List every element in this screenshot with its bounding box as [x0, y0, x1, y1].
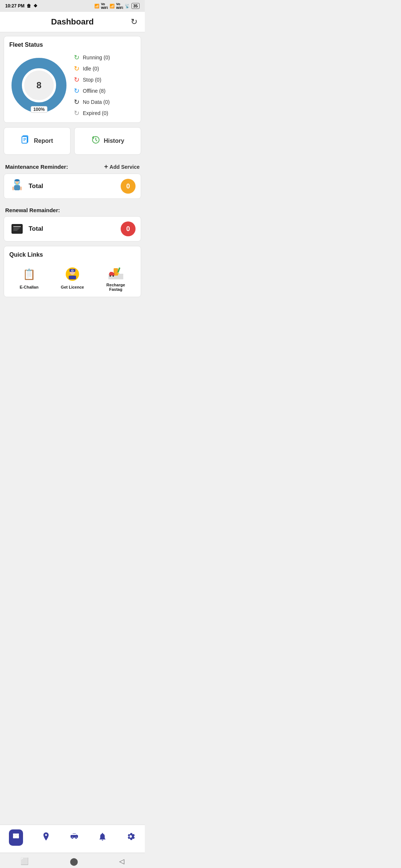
- trash-icon: 🗑: [27, 3, 31, 9]
- svg-rect-12: [20, 187, 22, 190]
- svg-point-30: [113, 275, 114, 277]
- fastag-label: RechargeFastag: [107, 283, 125, 292]
- vo-wifi-2: VoWiFi: [116, 2, 123, 10]
- add-service-button[interactable]: + Add Service: [104, 163, 140, 171]
- page-title: Dashboard: [51, 17, 94, 27]
- legend-offline-label: Offline (8): [83, 88, 105, 94]
- renewal-total-label: Total: [29, 225, 43, 233]
- dropbox-icon: ❖: [33, 3, 38, 9]
- legend-expired-label: Expired (0): [83, 110, 108, 116]
- quick-link-echallan[interactable]: 📋 E-Challan: [9, 266, 49, 289]
- maintenance-section: Maintenance Reminder: + Add Service: [4, 159, 141, 199]
- licence-label: Get Licence: [61, 285, 84, 289]
- fleet-legend: ↻ Running (0) ↻ Idle (0) ↻ Stop (0) ↻ Of…: [72, 53, 136, 117]
- time-display: 10:27 PM: [5, 3, 25, 9]
- maintenance-total-label: Total: [29, 183, 43, 190]
- renewal-count-badge: 0: [121, 221, 136, 236]
- offline-icon: ↻: [72, 87, 81, 95]
- maintenance-header: Maintenance Reminder: + Add Service: [4, 159, 141, 174]
- history-label: History: [104, 138, 124, 144]
- svg-rect-2: [22, 137, 27, 143]
- header: Dashboard ↻: [0, 12, 145, 32]
- legend-nodata-label: No Data (0): [83, 99, 110, 105]
- renewal-count: 0: [126, 225, 130, 233]
- quick-links-section: Quick Links 📋 E-Challan ID Get Licence: [4, 246, 141, 297]
- quick-links-row: 📋 E-Challan ID Get Licence: [9, 263, 136, 292]
- svg-rect-15: [12, 225, 22, 233]
- legend-stop: ↻ Stop (0): [72, 76, 136, 84]
- renewal-header: Renewal Remainder:: [4, 203, 141, 216]
- legend-offline: ↻ Offline (8): [72, 87, 136, 95]
- stop-icon: ↻: [72, 76, 81, 84]
- fleet-status-title: Fleet Status: [9, 42, 136, 48]
- signal-icon-2: 📶: [110, 4, 115, 9]
- svg-text:ID: ID: [71, 269, 74, 272]
- svg-rect-28: [110, 272, 113, 273]
- echallan-icon: 📋: [20, 266, 38, 283]
- donut-center: 8: [24, 70, 54, 100]
- vo-wifi-1: VoWiFi: [101, 2, 108, 10]
- plus-icon: +: [104, 163, 108, 171]
- report-icon: [21, 135, 31, 147]
- mechanic-icon: [9, 178, 25, 194]
- legend-idle: ↻ Idle (0): [72, 65, 136, 73]
- legend-nodata: ↻ No Data (0): [72, 98, 136, 106]
- renewal-section: Renewal Remainder: Total 0: [4, 203, 141, 241]
- licence-icon: ID: [64, 266, 81, 283]
- history-icon: [91, 135, 101, 147]
- expired-icon: ↻: [72, 109, 81, 117]
- donut-center-number: 8: [24, 70, 54, 100]
- history-button[interactable]: History: [74, 127, 141, 155]
- maintenance-title: Maintenance Reminder:: [5, 164, 68, 170]
- svg-rect-22: [69, 276, 76, 279]
- quick-links-title: Quick Links: [9, 251, 136, 258]
- renewal-title: Renewal Remainder:: [5, 207, 60, 213]
- wifi-icon: 📡: [125, 4, 130, 9]
- nodata-icon: ↻: [72, 98, 81, 106]
- legend-idle-label: Idle (0): [83, 66, 99, 72]
- document-icon: [9, 221, 25, 237]
- add-service-label: Add Service: [110, 164, 140, 170]
- svg-rect-11: [12, 187, 14, 190]
- main-content: Fleet Status 8 100% ↻ Running (0): [0, 32, 145, 335]
- maintenance-count: 0: [126, 183, 130, 190]
- legend-running: ↻ Running (0): [72, 53, 136, 62]
- battery-display: 35: [131, 3, 140, 9]
- legend-running-label: Running (0): [83, 55, 110, 60]
- legend-expired: ↻ Expired (0): [72, 109, 136, 117]
- fastag-icon: [107, 263, 124, 280]
- idle-icon: ↻: [72, 65, 81, 73]
- running-icon: ↻: [72, 53, 81, 62]
- donut-chart: 8 100%: [9, 56, 69, 115]
- maintenance-row-left: Total: [9, 178, 43, 194]
- renewal-total-row: Total 0: [4, 216, 141, 241]
- svg-rect-8: [14, 185, 20, 190]
- status-bar-right: 📶 VoWiFi 📶 VoWiFi 📡 35: [94, 2, 140, 10]
- svg-point-29: [110, 275, 111, 277]
- maintenance-total-row: Total 0: [4, 174, 141, 199]
- svg-point-10: [14, 179, 20, 181]
- report-label: Report: [34, 138, 53, 144]
- fleet-status-card: Fleet Status 8 100% ↻ Running (0): [4, 36, 141, 123]
- quick-link-licence[interactable]: ID Get Licence: [53, 266, 92, 289]
- renewal-row-left: Total: [9, 221, 43, 237]
- echallan-label: E-Challan: [20, 285, 39, 289]
- report-button[interactable]: Report: [4, 127, 71, 155]
- status-bar-left: 10:27 PM 🗑 ❖: [5, 3, 38, 9]
- maintenance-count-badge: 0: [121, 179, 136, 194]
- refresh-button[interactable]: ↻: [131, 17, 137, 27]
- action-row: Report History: [4, 127, 141, 155]
- quick-link-fastag[interactable]: RechargeFastag: [96, 263, 136, 292]
- status-bar: 10:27 PM 🗑 ❖ 📶 VoWiFi 📶 VoWiFi 📡 35: [0, 0, 145, 12]
- signal-icon-1: 📶: [94, 4, 100, 9]
- fleet-status-body: 8 100% ↻ Running (0) ↻ Idle (0) ↻ Stop (…: [9, 53, 136, 117]
- legend-stop-label: Stop (0): [83, 77, 101, 83]
- donut-percent: 100%: [31, 106, 48, 113]
